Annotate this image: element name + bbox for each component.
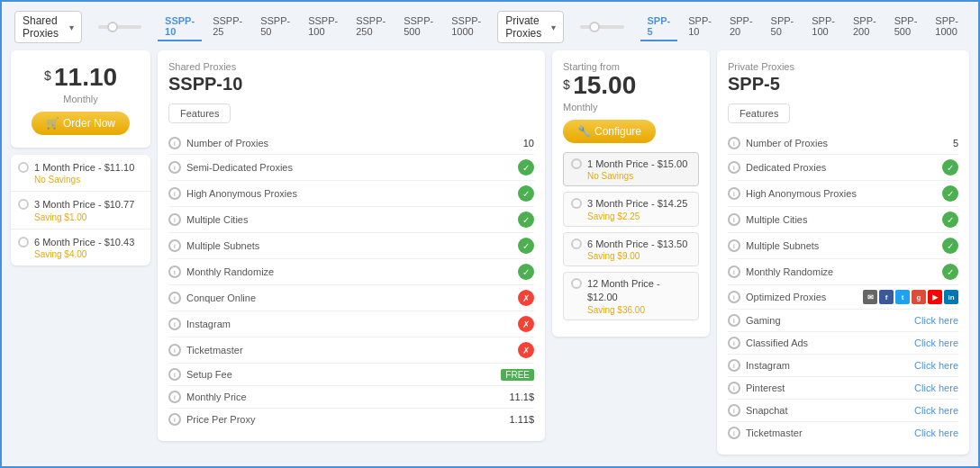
tab-sspp-50[interactable]: SSPP-50 xyxy=(253,13,297,41)
shopping-cart-icon: 🛒 xyxy=(46,117,59,130)
radio-label-3month: 3 Month Price - $10.77 xyxy=(34,199,134,210)
center-savings-6m: Saving $9.00 xyxy=(587,251,687,261)
center-radio-3 xyxy=(571,238,582,249)
priv-feature-name-4: Multiple Cities xyxy=(746,214,942,225)
radio-option-1month[interactable]: 1 Month Price - $11.10 No Savings xyxy=(11,155,150,192)
check-green-cities: ✓ xyxy=(518,212,534,228)
configure-button[interactable]: 🔧 Configure xyxy=(563,120,656,143)
priv-info-icon-12: i xyxy=(728,404,740,417)
center-option-label-6m: 6 Month Price - $13.50 xyxy=(587,238,687,249)
check-green-randomize: ✓ xyxy=(518,264,534,280)
click-here-pinterest[interactable]: Click here xyxy=(914,382,958,393)
private-tabs-bar: SPP-5 SPP-10 SPP-20 SPP-50 SPP-100 SPP-2… xyxy=(640,13,966,41)
priv-check-green-2: ✓ xyxy=(942,159,958,176)
feature-name-anon: High Anonymous Proxies xyxy=(186,188,518,199)
radio-circle-3 xyxy=(18,237,29,248)
linkedin-social-icon: in xyxy=(944,290,958,304)
tab-spp-10[interactable]: SPP-10 xyxy=(681,13,719,41)
private-proxies-dropdown[interactable]: Private Proxies ▾ xyxy=(497,11,564,43)
feature-conquer-online: i Conquer Online ✗ xyxy=(168,285,534,311)
radio-option-3month[interactable]: 3 Month Price - $10.77 Saving $1.00 xyxy=(11,192,150,229)
private-plan-subtitle: Private Proxies xyxy=(728,61,958,72)
priv-feature-name-13: Ticketmaster xyxy=(746,428,914,438)
priv-feature-name-7: Optimized Proxies xyxy=(746,292,863,302)
tab-sspp-500[interactable]: SSPP-500 xyxy=(396,13,440,41)
shared-slider-track[interactable] xyxy=(98,25,142,29)
priv-feature-subnets: i Multiple Subnets ✓ xyxy=(728,233,958,259)
click-here-classified[interactable]: Click here xyxy=(914,338,958,348)
priv-info-icon-4: i xyxy=(728,213,740,226)
priv-info-icon-7: i xyxy=(728,291,740,303)
shared-plan-title: SSPP-10 xyxy=(168,74,534,94)
priv-info-icon-9: i xyxy=(728,337,740,349)
center-radio-1 xyxy=(571,158,582,169)
priv-feature-val-1: 5 xyxy=(953,138,958,148)
shared-plan-subtitle: Shared Proxies xyxy=(168,61,534,72)
shared-plan-card: Shared Proxies SSPP-10 Features i Number… xyxy=(158,50,545,441)
tab-sspp-250[interactable]: SSPP-250 xyxy=(349,13,393,41)
tab-spp-100[interactable]: SPP-100 xyxy=(804,13,842,41)
priv-feature-name-2: Dedicated Proxies xyxy=(746,162,942,173)
click-here-instagram[interactable]: Click here xyxy=(914,360,958,371)
info-icon-5: i xyxy=(168,239,181,252)
center-price-options: 1 Month Price - $15.00 No Savings 3 Mont… xyxy=(563,152,699,320)
price-option-12m[interactable]: 12 Month Price - $12.00 Saving $36.00 xyxy=(563,272,699,320)
tab-spp-500[interactable]: SPP-500 xyxy=(887,13,925,41)
priv-check-green-3: ✓ xyxy=(942,185,958,202)
center-savings-3m: Saving $2.25 xyxy=(587,212,687,221)
info-icon-6: i xyxy=(168,266,181,278)
info-icon-7: i xyxy=(168,292,181,304)
feature-instagram-shared: i Instagram ✗ xyxy=(168,311,534,338)
tab-spp-1000[interactable]: SPP-1000 xyxy=(928,13,966,41)
price-option-1m[interactable]: 1 Month Price - $15.00 No Savings xyxy=(563,152,699,186)
private-features-tab[interactable]: Features xyxy=(728,104,790,123)
tab-spp-200[interactable]: SPP-200 xyxy=(846,13,884,41)
tab-spp-20[interactable]: SPP-20 xyxy=(722,13,760,41)
tab-spp-50[interactable]: SPP-50 xyxy=(764,13,802,41)
center-radio-4 xyxy=(571,278,582,289)
price-label: Monthly xyxy=(22,94,140,104)
info-icon-3: i xyxy=(168,187,181,200)
feature-multiple-subnets: i Multiple Subnets ✓ xyxy=(168,233,534,259)
savings-badge-1month: No Savings xyxy=(34,175,134,184)
tab-spp-5[interactable]: SPP-5 xyxy=(640,13,678,41)
feature-name-proxies: Number of Proxies xyxy=(186,138,523,148)
price-option-6m[interactable]: 6 Month Price - $13.50 Saving $9.00 xyxy=(563,232,699,266)
wrench-icon: 🔧 xyxy=(577,125,591,138)
radio-option-6month[interactable]: 6 Month Price - $10.43 Saving $4.00 xyxy=(11,230,150,266)
priv-feature-optimized: i Optimized Proxies ✉ f t g ▶ in xyxy=(728,285,958,310)
feature-name-randomize: Monthly Randomize xyxy=(186,266,518,277)
private-slider-thumb xyxy=(589,22,600,32)
priv-feature-dedicated: i Dedicated Proxies ✓ xyxy=(728,155,958,181)
priv-info-icon-11: i xyxy=(728,382,740,394)
feature-name-subnets: Multiple Subnets xyxy=(186,240,518,251)
top-nav: Shared Proxies ▾ SSPP-10 SSPP-25 SSPP-50… xyxy=(11,11,969,43)
shared-slider-thumb xyxy=(107,22,118,32)
priv-info-icon-2: i xyxy=(728,161,740,174)
shared-proxies-dropdown[interactable]: Shared Proxies ▾ xyxy=(14,11,82,43)
priv-feature-name-6: Monthly Randomize xyxy=(746,266,942,277)
price-option-3m[interactable]: 3 Month Price - $14.25 Saving $2.25 xyxy=(563,192,699,226)
click-here-gaming[interactable]: Click here xyxy=(914,315,958,326)
priv-feature-instagram: i Instagram Click here xyxy=(728,355,958,377)
google-social-icon: g xyxy=(912,290,926,304)
shared-features-tab[interactable]: Features xyxy=(168,104,231,123)
tab-sspp-10[interactable]: SSPP-10 xyxy=(158,13,202,41)
tab-sspp-100[interactable]: SSPP-100 xyxy=(301,13,345,41)
feature-name-ticketmaster-shared: Ticketmaster xyxy=(186,345,518,356)
private-plan-panel: Private Proxies SPP-5 Features i Number … xyxy=(717,50,969,454)
dropdown-arrow2-icon: ▾ xyxy=(551,22,556,32)
priv-feature-classified: i Classified Ads Click here xyxy=(728,332,958,355)
tab-sspp-25[interactable]: SSPP-25 xyxy=(205,13,250,41)
priv-check-green-5: ✓ xyxy=(942,238,958,254)
private-proxies-label: Private Proxies xyxy=(505,14,546,40)
click-here-ticketmaster[interactable]: Click here xyxy=(914,428,958,438)
order-now-button[interactable]: 🛒 Order Now xyxy=(32,112,130,135)
private-slider-track[interactable] xyxy=(580,25,624,29)
shared-tabs-bar: SSPP-10 SSPP-25 SSPP-50 SSPP-100 SSPP-25… xyxy=(158,13,488,41)
check-green-subnets: ✓ xyxy=(518,238,534,254)
tab-sspp-1000[interactable]: SSPP-1000 xyxy=(444,13,488,41)
feature-multiple-cities: i Multiple Cities ✓ xyxy=(168,207,534,233)
center-price-display: $ 15.00 xyxy=(563,72,699,100)
click-here-snapchat[interactable]: Click here xyxy=(914,405,958,416)
